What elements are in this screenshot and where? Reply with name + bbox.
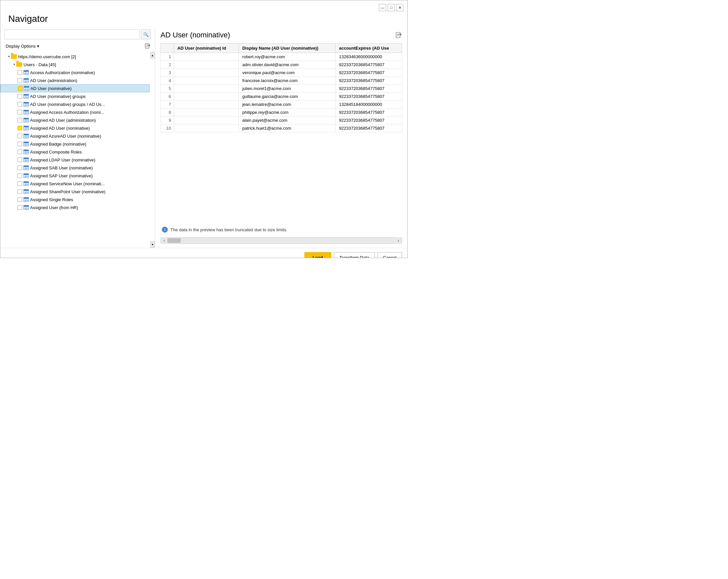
folder-icon [11,54,17,59]
list-item[interactable]: Assigned Badge (nominative) [0,140,150,148]
info-icon: i [162,227,168,233]
close-button[interactable]: ✕ [396,4,404,11]
row-id [174,108,239,116]
tree-checkbox[interactable] [18,181,22,186]
scroll-down-button[interactable]: ▼ [150,241,155,248]
tree-checkbox[interactable] [18,165,22,170]
export-icon[interactable] [144,43,151,49]
tree-checkbox[interactable] [18,126,22,130]
col-header-display-name: Display Name (AD User (nominative)) [239,44,336,53]
table-icon [24,118,29,123]
panel-export-icon[interactable] [395,32,402,38]
row-display-name: guillaume.garcia@acme.com [239,93,336,101]
tree-checkbox[interactable] [18,197,22,202]
row-display-name: robert.roy@acme.com [239,53,336,61]
tree-checkbox[interactable] [18,102,22,107]
tree-checkbox[interactable] [18,205,22,210]
tree-checkbox[interactable] [18,94,22,99]
tree-node-root[interactable]: ▼ https://demo.usercube.com [2] [0,53,150,60]
tree-checkbox[interactable] [18,118,22,123]
list-item[interactable]: Assigned Composite Roles [0,148,150,156]
list-item[interactable]: Assigned AD User (nominative) [0,124,150,132]
list-item[interactable]: Assigned AD User (administration) [0,116,150,124]
minimize-button[interactable]: — [379,4,386,11]
cancel-button[interactable]: Cancel [378,252,402,258]
col-header-account-expires: accountExpires (AD Use [336,44,402,53]
list-item[interactable]: AD User (administration) [0,76,150,84]
tree-children: Access Authorization (nominative)AD User… [0,69,150,211]
tree-checkbox[interactable] [18,78,22,83]
table-icon [24,70,29,75]
tree-item-label: Assigned SharePoint User (nominative) [30,189,106,194]
transform-data-button[interactable]: Transform Data [334,252,375,258]
tree-container[interactable]: ▼ https://demo.usercube.com [2] ▼ Users … [0,52,155,248]
row-display-name: adm.olivier.david@acme.com [239,61,336,69]
row-id [174,77,239,85]
tree-root: ▼ https://demo.usercube.com [2] ▼ Users … [0,52,150,212]
row-number: 1 [161,53,174,61]
list-item[interactable]: AD User (nominative) groups / AD Us... [0,100,150,108]
scroll-track [167,238,395,243]
panel-header: AD User (nominative) [160,31,402,40]
tree-item-label: Assigned Badge (nominative) [30,141,86,147]
tree-checkbox[interactable] [18,174,22,178]
list-item[interactable]: Access Authorization (nominative) [0,69,150,76]
tree-checkbox[interactable] [18,141,22,146]
row-account-expires: 9223372036854775807 [336,69,402,77]
tree-checkbox[interactable] [18,189,22,194]
tree-item-label: Access Authorization (nominative) [30,70,95,75]
row-number: 3 [161,69,174,77]
scroll-up-button[interactable]: ▲ [150,52,155,58]
tree-checkbox[interactable] [18,157,22,162]
search-input[interactable] [4,29,140,40]
row-id [174,85,239,93]
window-controls: — □ ✕ [379,4,404,11]
tree-toggle-root[interactable]: ▼ [7,55,11,58]
scroll-left-button[interactable]: ‹ [161,237,167,244]
tree-label-users-data: Users - Data [45] [24,62,56,67]
list-item[interactable]: Assigned SharePoint User (nominative) [0,188,150,195]
tree-checkbox[interactable] [18,134,22,138]
tree-checkbox[interactable] [18,70,22,75]
list-item[interactable]: Assigned Single Roles [0,195,150,204]
tree-checkbox[interactable] [18,110,22,114]
row-display-name: jean.lemaitre@acme.com [239,101,336,108]
load-button[interactable]: Load [305,252,331,258]
scroll-right-button[interactable]: › [395,237,402,244]
list-item[interactable]: Assigned SAB User (nominative) [0,164,150,172]
row-account-expires: 9223372036854775807 [336,124,402,132]
table-icon [24,150,29,154]
tree-checkbox[interactable] [18,86,23,91]
list-item[interactable]: Assigned Access Authorization (nomi... [0,108,150,116]
scroll-thumb[interactable] [167,238,181,243]
display-options-button[interactable]: Display Options ▾ [4,43,41,49]
table-icon [24,126,29,130]
table-icon [24,134,29,138]
table-icon [24,94,29,99]
horizontal-scrollbar[interactable]: ‹ › [160,237,402,244]
table-icon [24,141,29,146]
row-id [174,53,239,61]
table-icon [24,102,29,107]
table-row: 7jean.lemaitre@acme.com13284518400000000… [161,101,402,108]
tree-checkbox[interactable] [18,150,22,154]
list-item[interactable]: Assigned SAP User (nominative) [0,172,150,180]
list-item[interactable]: Assigned LDAP User (nominative) [0,156,150,164]
col-header-id: AD User (nominative) Id [174,44,239,53]
row-display-name: patrick.huet1@acme.com [239,124,336,132]
footer: Load Transform Data Cancel [0,248,407,258]
dropdown-icon: ▾ [37,44,40,49]
data-table-wrapper[interactable]: AD User (nominative) Id Display Name (AD… [160,43,402,223]
tree-node-users-data[interactable]: ▼ Users - Data [45] [0,60,150,69]
row-number: 6 [161,93,174,101]
list-item[interactable]: AD User (nominative) [0,84,150,92]
list-item[interactable]: AD User (nominative) groups [0,92,150,100]
tree-toggle-users-data[interactable]: ▼ [12,62,16,67]
list-item[interactable]: Assigned ServiceNow User (nominati... [0,180,150,188]
row-display-name: francoise.lacroix@acme.com [239,77,336,85]
search-button[interactable]: 🔍 [141,29,151,40]
list-item[interactable]: Assigned AzureAD User (nominative) [0,132,150,140]
maximize-button[interactable]: □ [388,4,395,11]
list-item[interactable]: Assigned User (from HR) [0,204,150,211]
table-icon [24,86,29,91]
